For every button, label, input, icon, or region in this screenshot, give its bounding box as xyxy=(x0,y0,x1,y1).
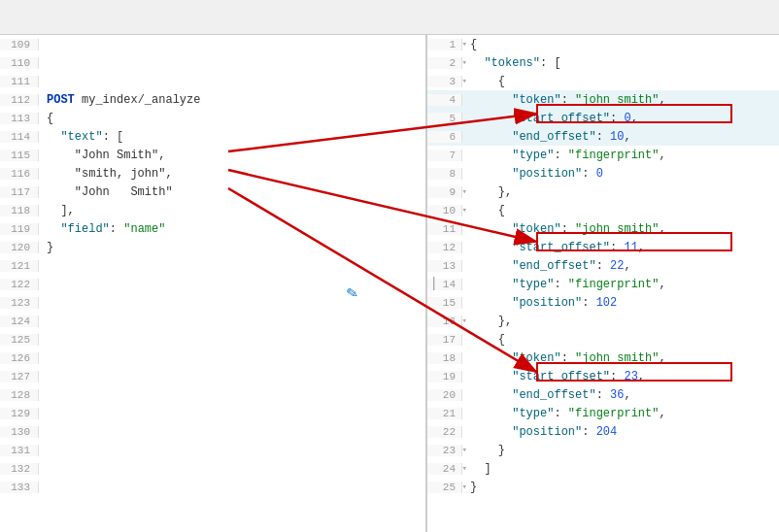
right-line-num-17: 17 xyxy=(427,334,462,346)
menu-item-settings[interactable] xyxy=(39,14,54,21)
line-num-131: 131 xyxy=(0,445,39,456)
divider-handle[interactable]: || xyxy=(427,276,438,291)
left-line-111: 111 xyxy=(0,72,425,90)
right-line-15: 15 "position": 102 xyxy=(427,293,779,312)
right-line-24: 24▾ ] xyxy=(427,459,779,478)
right-line-content-6: "end_offset": 10, xyxy=(462,130,631,144)
right-line-23: 23▾ } xyxy=(427,441,779,459)
left-line-126: 126 xyxy=(0,349,425,367)
left-line-132: 132 xyxy=(0,459,425,478)
left-line-125: 125 xyxy=(0,330,425,349)
right-line-13: 13 "end_offset": 22, xyxy=(427,256,779,275)
right-line-content-19: "start_offset": 23, xyxy=(462,370,645,383)
right-line-num-25: 25▾ xyxy=(427,482,462,493)
right-line-num-18: 18 xyxy=(427,352,462,364)
menu-item-help[interactable] xyxy=(101,14,117,21)
right-line-12: 12 "start_offset": 11, xyxy=(427,238,779,256)
right-line-content-2: "tokens": [ xyxy=(462,56,561,70)
line-num-133: 133 xyxy=(0,482,39,493)
line-num-125: 125 xyxy=(0,334,39,346)
right-line-content-8: "position": 0 xyxy=(462,167,603,181)
menu-item-history[interactable] xyxy=(8,14,23,21)
right-line-3: 3▾ { xyxy=(427,72,779,90)
right-line-num-13: 13 xyxy=(427,260,462,272)
line-content-121 xyxy=(39,259,53,273)
line-num-128: 128 xyxy=(0,389,39,401)
right-line-content-18: "token": "john smith", xyxy=(462,351,666,365)
right-line-7: 7 "type": "fingerprint", xyxy=(427,146,779,164)
right-line-num-19: 19 xyxy=(427,371,462,382)
right-line-content-16: }, xyxy=(462,315,512,328)
right-line-22: 22 "position": 204 xyxy=(427,422,779,441)
left-line-122: 122 xyxy=(0,275,425,293)
line-num-124: 124 xyxy=(0,316,39,327)
line-num-113: 113 xyxy=(0,113,39,124)
line-num-121: 121 xyxy=(0,260,39,272)
left-line-131: 131 xyxy=(0,441,425,459)
left-code-editor: 109 110 111 112POST my_index/_analyze113… xyxy=(0,35,425,532)
line-num-110: 110 xyxy=(0,57,39,69)
right-line-9: 9▾ }, xyxy=(427,183,779,201)
right-code-editor: 1▾{2▾ "tokens": [3▾ {4 "token": "john sm… xyxy=(427,35,779,532)
right-line-num-23: 23▾ xyxy=(427,445,462,456)
right-line-num-11: 11 xyxy=(427,223,462,235)
left-line-129: 129 xyxy=(0,404,425,422)
line-num-119: 119 xyxy=(0,223,39,235)
left-line-116: 116 "smith, john", xyxy=(0,164,425,183)
line-num-118: 118 xyxy=(0,205,39,216)
right-line-8: 8 "position": 0 xyxy=(427,164,779,183)
line-num-123: 123 xyxy=(0,297,39,309)
right-pane: 1▾{2▾ "tokens": [3▾ {4 "token": "john sm… xyxy=(427,35,779,532)
right-line-content-13: "end_offset": 22, xyxy=(462,259,631,273)
right-line-21: 21 "type": "fingerprint", xyxy=(427,404,779,422)
line-num-115: 115 xyxy=(0,150,39,161)
left-line-112: 112POST my_index/_analyze xyxy=(0,90,425,109)
right-line-content-11: "token": "john smith", xyxy=(462,222,666,236)
editor-container: 109 110 111 112POST my_index/_analyze113… xyxy=(0,35,779,532)
right-line-num-21: 21 xyxy=(427,408,462,419)
right-line-content-3: { xyxy=(462,75,505,88)
line-content-126 xyxy=(39,351,53,365)
right-line-11: 11 "token": "john smith", xyxy=(427,219,779,238)
right-line-content-22: "position": 204 xyxy=(462,425,617,439)
left-line-117: 117 "John Smith" xyxy=(0,183,425,201)
left-line-109: 109 xyxy=(0,35,425,53)
right-line-num-9: 9▾ xyxy=(427,186,462,198)
line-content-118: ], xyxy=(39,204,75,217)
menu-item-variables[interactable] xyxy=(70,14,85,21)
line-content-111 xyxy=(39,75,53,88)
line-content-122 xyxy=(39,278,53,291)
left-line-113: 113{ xyxy=(0,109,425,127)
line-content-110 xyxy=(39,56,53,70)
right-line-num-20: 20 xyxy=(427,389,462,401)
menubar xyxy=(0,0,779,35)
line-num-130: 130 xyxy=(0,426,39,438)
right-line-content-7: "type": "fingerprint", xyxy=(462,149,666,162)
line-content-116: "smith, john", xyxy=(39,167,173,181)
line-num-117: 117 xyxy=(0,186,39,198)
right-line-num-16: 16▾ xyxy=(427,316,462,327)
line-num-126: 126 xyxy=(0,352,39,364)
line-num-127: 127 xyxy=(0,371,39,382)
line-content-133 xyxy=(39,481,53,494)
line-num-132: 132 xyxy=(0,463,39,475)
line-content-124 xyxy=(39,315,53,328)
line-content-129 xyxy=(39,407,53,420)
right-line-num-22: 22 xyxy=(427,426,462,438)
left-line-121: 121 xyxy=(0,256,425,275)
right-line-content-20: "end_offset": 36, xyxy=(462,388,631,402)
right-line-num-6: 6 xyxy=(427,131,462,143)
right-line-num-24: 24▾ xyxy=(427,463,462,475)
right-line-num-4: 4 xyxy=(427,94,462,106)
line-content-128 xyxy=(39,388,53,402)
right-line-10: 10▾ { xyxy=(427,201,779,219)
right-line-16: 16▾ }, xyxy=(427,312,779,330)
right-line-17: 17 { xyxy=(427,330,779,349)
right-line-4: 4 "token": "john smith", xyxy=(427,90,779,109)
left-line-110: 110 xyxy=(0,53,425,72)
line-num-109: 109 xyxy=(0,39,39,50)
right-line-20: 20 "end_offset": 36, xyxy=(427,385,779,404)
right-line-num-15: 15 xyxy=(427,297,462,309)
left-line-119: 119 "field": "name" xyxy=(0,219,425,238)
left-line-115: 115 "John Smith", xyxy=(0,146,425,164)
